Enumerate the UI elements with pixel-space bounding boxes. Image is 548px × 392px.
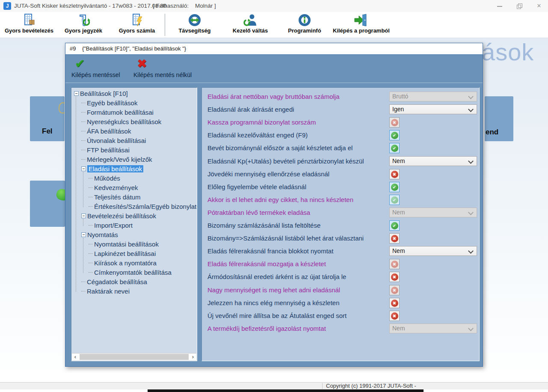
tree-item[interactable]: FTP beállításai xyxy=(71,145,197,154)
toggle-button-checked[interactable]: ✔ xyxy=(389,130,400,140)
tree-item[interactable]: Bevételezési beállítások xyxy=(71,211,197,220)
tree-item-label: Raktárak nevei xyxy=(87,288,130,295)
red-x-icon: ✖ xyxy=(391,312,398,320)
tree-item[interactable]: Import/Export xyxy=(71,220,197,230)
tree-connector xyxy=(89,244,93,244)
tree-item[interactable]: Lapkinézet beállításai xyxy=(71,249,197,258)
tree-item-label: Kiírások a nyomtatóra xyxy=(94,259,157,267)
setting-dropdown[interactable]: Nem xyxy=(389,156,477,166)
toolbar-button-label: Programinfó xyxy=(277,27,332,34)
toggle-button-unchecked[interactable]: ✖ xyxy=(389,298,400,308)
setting-label: Bizomány=>Számlázásnál listából lehet ár… xyxy=(207,233,475,244)
tree-item[interactable]: Működés xyxy=(71,173,197,183)
toggle-button-checked[interactable]: ✔ xyxy=(389,182,400,192)
tree-item-label: Nyomtatás xyxy=(87,231,118,238)
tree-horizontal-scrollbar[interactable]: ‹ › xyxy=(72,353,196,360)
scroll-left-arrow[interactable]: ‹ xyxy=(72,353,79,360)
tree-item-label: Nyereségkulcs beállítások xyxy=(87,118,161,125)
toolbar-button[interactable]: Kezelő váltás xyxy=(222,13,278,36)
setting-row: Akkor is el lehet adni egy cikket, ha ni… xyxy=(207,195,475,205)
toggle-button-unchecked[interactable]: ✖ xyxy=(389,233,400,244)
minimize-button[interactable] xyxy=(497,3,503,9)
toggle-button-checked[interactable]: ✔ xyxy=(389,143,400,153)
toggle-button-unchecked[interactable]: ✖ xyxy=(389,272,400,282)
toggle-button-unchecked[interactable]: ✖ xyxy=(389,169,400,179)
background-menu-button-right-1[interactable]: end xyxy=(485,96,513,141)
scroll-right-arrow[interactable]: › xyxy=(190,353,196,360)
setting-dropdown: Nem xyxy=(389,208,477,217)
toggle-button-unchecked[interactable]: ✖ xyxy=(389,311,400,321)
tree-connector xyxy=(89,253,93,254)
toolbar-button[interactable]: Programinfó xyxy=(277,13,332,36)
close-button[interactable]: ✕ xyxy=(536,3,542,9)
setting-row: Nagy mennyiséget is meg lehet adni eladá… xyxy=(207,285,475,295)
toolbar-button-label: Távsegítség xyxy=(167,27,222,34)
background-page-title-fragment: ások xyxy=(482,38,534,66)
setting-row: Előleg figyelembe vétele eladásnál✔ xyxy=(207,182,475,192)
tree-item[interactable]: Címkenyomtatók beállítása xyxy=(71,267,197,277)
restore-button[interactable] xyxy=(516,3,522,9)
setting-dropdown[interactable]: Igen xyxy=(389,104,477,114)
tree-item[interactable]: Beállítások [F10] xyxy=(71,89,197,98)
tree-item[interactable]: Eladási beállítások xyxy=(71,164,197,173)
partial-icon xyxy=(59,102,65,113)
settings-tree: Beállítások [F10]Egyéb beállításokFormát… xyxy=(71,89,197,353)
toolbar-button[interactable]: Gyors számla xyxy=(109,13,165,36)
tree-item-label: Kedvezmények xyxy=(94,184,138,191)
toggle-button-unchecked: ✖ xyxy=(389,285,400,295)
setting-label: Jövedéki mennyiség ellenőrzése eladásnál xyxy=(207,169,475,179)
tree-item[interactable]: Nyereségkulcs beállítások xyxy=(71,117,197,126)
tree-item[interactable]: ÁFA beállítások xyxy=(71,126,197,136)
toolbar-button[interactable]: Gyors jegyzék xyxy=(56,13,111,36)
setting-dropdown: Nem xyxy=(389,324,477,333)
tree-item[interactable]: Teljesítés dátum xyxy=(71,192,197,202)
tree-item[interactable]: Mérlegek/Vevő kijelzők xyxy=(71,154,197,164)
tree-expander-minus-icon[interactable] xyxy=(74,91,79,96)
exit-with-save-button[interactable]: ✔ Kilépés mentéssel xyxy=(69,57,123,81)
tree-item[interactable]: Raktárak nevei xyxy=(71,286,197,296)
dialog-title-text: #9 {"Beállítások [F10]", "Eladási beállí… xyxy=(70,43,186,54)
tree-item[interactable]: Egyéb beállítások xyxy=(71,98,197,107)
setting-label: Jelezzen ha nincs elég mennyiség a készl… xyxy=(207,298,475,308)
tree-item[interactable]: Értékesítés/Számla/Egyéb bizonylato xyxy=(71,202,197,211)
tree-connector xyxy=(89,263,93,263)
tree-item[interactable]: Útvonalak beállításai xyxy=(71,136,197,145)
partial-green-check-icon xyxy=(55,187,65,202)
toggle-button-checked[interactable]: ✔ xyxy=(389,220,400,231)
toggle-button-unchecked: ✖ xyxy=(389,117,400,128)
dropdown-value: Nem xyxy=(390,208,477,217)
setting-dropdown[interactable]: Nem xyxy=(389,246,477,256)
tree-item[interactable]: Nyomtatás xyxy=(71,230,197,239)
setting-row: Kassza programnál bizonylat sorszám✖ xyxy=(207,117,475,128)
tree-expander-minus-icon[interactable] xyxy=(81,214,86,218)
tree-item[interactable]: Cégadatok beállítása xyxy=(71,277,197,286)
red-x-icon: ✖ xyxy=(391,287,398,294)
green-check-icon: ✔ xyxy=(391,222,398,229)
exit-program-icon xyxy=(353,13,368,27)
setting-row: Bevét bizománynál először a saját készle… xyxy=(207,143,475,153)
tree-expander-minus-icon[interactable] xyxy=(81,166,86,171)
tree-item[interactable]: Nyomtatási beállítások xyxy=(71,239,197,249)
exit-without-save-button[interactable]: ✖ Kilépés mentés nélkül xyxy=(131,57,194,81)
toolbar-button[interactable]: Gyors bevételezés xyxy=(1,13,57,36)
setting-row: Eladásnál kezelőváltást enged (F9)✔ xyxy=(207,130,475,140)
tree-item-label: Értékesítés/Számla/Egyéb bizonylato xyxy=(94,203,197,210)
tree-expander-minus-icon[interactable] xyxy=(81,232,86,237)
background-menu-button-left-2[interactable] xyxy=(30,181,65,227)
scrollbar-thumb[interactable] xyxy=(80,354,189,360)
background-menu-button-left-1[interactable]: Fel xyxy=(30,96,65,141)
setting-row: Eladás félrerakásnál mozgatja a készlete… xyxy=(207,259,475,269)
tree-item[interactable]: Formátumok beállításai xyxy=(71,107,197,117)
toolbar-button[interactable]: Távsegítség xyxy=(167,13,222,36)
settings-dialog: #9 {"Beállítások [F10]", "Eladási beállí… xyxy=(65,43,483,367)
tree-connector xyxy=(81,140,86,141)
tree-item[interactable]: Kedvezmények xyxy=(71,183,197,192)
scrollbar-track[interactable] xyxy=(79,353,190,360)
tree-item-label: Címkenyomtatók beállítása xyxy=(94,269,172,276)
toolbar-button[interactable]: Kilépés a programból xyxy=(333,13,388,36)
tree-item-label: Formátumok beállításai xyxy=(87,109,154,116)
exit-with-save-label: Kilépés mentéssel xyxy=(71,71,120,78)
tree-item[interactable]: Kiírások a nyomtatóra xyxy=(71,258,197,267)
tree-item-label: Eladási beállítások xyxy=(87,165,143,172)
quick-list-icon xyxy=(76,13,91,27)
